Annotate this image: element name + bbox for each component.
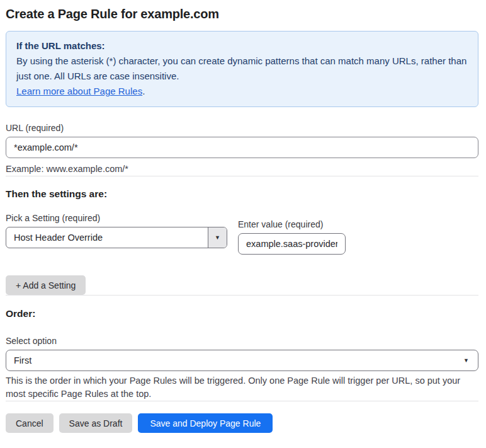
order-select-group: Select option First ▼ <box>6 336 478 371</box>
order-heading: Order: <box>6 308 478 319</box>
setting-value-input[interactable] <box>238 233 346 255</box>
learn-more-link[interactable]: Learn more about Page Rules <box>16 86 142 96</box>
settings-heading: Then the settings are: <box>6 188 478 200</box>
page-title: Create a Page Rule for example.com <box>6 7 478 21</box>
link-suffix: . <box>142 86 145 96</box>
info-box-body: By using the asterisk (*) character, you… <box>16 54 468 84</box>
setting-select[interactable]: Host Header Override ▼ <box>6 227 227 248</box>
page-rule-form: Create a Page Rule for example.com If th… <box>0 0 486 433</box>
setting-select-label: Pick a Setting (required) <box>6 213 227 223</box>
order-helper-text: This is the order in which your Page Rul… <box>6 374 475 401</box>
url-input[interactable] <box>6 137 478 158</box>
save-and-deploy-button[interactable]: Save and Deploy Page Rule <box>138 413 273 433</box>
order-section: Order: Select option First ▼ This is the… <box>6 308 478 401</box>
setting-select-arrow-button[interactable]: ▼ <box>208 227 227 248</box>
info-box-heading: If the URL matches: <box>16 38 468 54</box>
url-field-group: URL (required) Example: www.example.com/… <box>6 123 478 176</box>
settings-section: Then the settings are: Pick a Setting (r… <box>6 188 478 295</box>
save-as-draft-button[interactable]: Save as Draft <box>59 413 133 433</box>
setting-value-group: Enter value (required) <box>238 219 346 255</box>
order-select[interactable]: First ▼ <box>6 350 478 371</box>
setting-select-value: Host Header Override <box>6 227 208 248</box>
add-setting-button[interactable]: + Add a Setting <box>6 275 86 295</box>
url-match-info-box: If the URL matches: By using the asteris… <box>6 31 478 107</box>
footer-actions: Cancel Save as Draft Save and Deploy Pag… <box>6 413 478 433</box>
order-select-label: Select option <box>6 336 478 346</box>
chevron-down-icon: ▼ <box>463 358 469 364</box>
setting-row: Pick a Setting (required) Host Header Ov… <box>6 213 478 255</box>
chevron-down-icon: ▼ <box>215 235 220 241</box>
url-example-helper: Example: www.example.com/* <box>6 163 478 176</box>
section-divider <box>6 176 478 176</box>
url-field-label: URL (required) <box>6 123 478 133</box>
cancel-button[interactable]: Cancel <box>6 413 54 433</box>
info-box-link-line: Learn more about Page Rules. <box>16 84 468 99</box>
section-divider <box>6 295 478 296</box>
footer-divider <box>6 401 478 401</box>
order-select-value: First <box>14 355 31 365</box>
setting-select-group: Pick a Setting (required) Host Header Ov… <box>6 213 227 248</box>
setting-value-label: Enter value (required) <box>238 219 346 229</box>
